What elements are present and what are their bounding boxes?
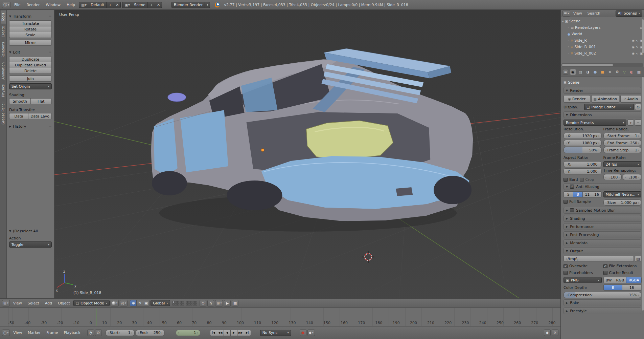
eye-icon[interactable]: ◉ bbox=[632, 52, 635, 55]
frame-step-field[interactable]: Frame Step: 1 bbox=[603, 147, 642, 153]
tab-texture[interactable]: ▦ bbox=[636, 69, 642, 75]
tab-relations[interactable]: Relations bbox=[1, 40, 6, 60]
eye-icon[interactable]: ◉ bbox=[632, 39, 635, 42]
set-origin-dropdown[interactable]: Set Origin ▾ bbox=[9, 83, 52, 89]
fps-dropdown[interactable]: 24 fps ▾ bbox=[603, 161, 642, 167]
menu-help[interactable]: Help bbox=[64, 3, 77, 7]
close-scene-button[interactable]: ✕ bbox=[155, 2, 162, 8]
aa-samples-16-button[interactable]: 16 bbox=[592, 191, 602, 197]
render-panel-header[interactable]: ▼ Render bbox=[564, 87, 641, 94]
tab-render[interactable]: ◉ bbox=[570, 69, 576, 75]
end-frame-field[interactable]: End: 250 bbox=[136, 330, 165, 336]
playback-button[interactable]: ▶▶ bbox=[237, 330, 244, 336]
remap-new-field[interactable]: :100 bbox=[623, 174, 641, 180]
aspect-y-field[interactable]: Y: 1.000 bbox=[564, 168, 602, 174]
channels-rgb-button[interactable]: RGB bbox=[614, 277, 627, 283]
outliner-row-object[interactable]: ◦ ▽ Side_R_001 ◉ ↖ ▣ bbox=[562, 44, 643, 50]
anti-aliasing-checkbox[interactable]: ✓ bbox=[570, 185, 574, 189]
cache-result-checkbox[interactable] bbox=[603, 271, 607, 275]
panel-grip-icon[interactable]: ≡ bbox=[49, 50, 52, 54]
tab-scene[interactable]: ◑ bbox=[585, 69, 591, 75]
resolution-percentage-slider[interactable]: 50% bbox=[564, 147, 602, 153]
viewport-canvas[interactable]: x y z bbox=[54, 10, 560, 298]
outliner-row-object[interactable]: ◦ ▽ Side_R_002 ◉ ↖ ▣ bbox=[562, 50, 643, 57]
snap-element-dropdown[interactable]: ⊞▾ bbox=[215, 300, 223, 306]
add-layout-button[interactable]: ＋ bbox=[106, 2, 114, 8]
transform-orientation-dropdown[interactable]: Global ▾ bbox=[151, 300, 170, 306]
tab-create[interactable]: Create bbox=[1, 24, 6, 40]
preview-range-button[interactable]: ◔ bbox=[87, 330, 94, 336]
outliner-scrollbar[interactable] bbox=[642, 19, 644, 53]
file-extensions-checkbox[interactable]: ✓ bbox=[603, 264, 607, 268]
opengl-render-button[interactable]: ▶ bbox=[224, 300, 231, 306]
overwrite-checkbox[interactable]: ✓ bbox=[564, 264, 568, 268]
bake-panel-header[interactable]: ▶ Bake bbox=[564, 299, 641, 306]
tab-grease-pencil[interactable]: Grease Pencil bbox=[1, 99, 6, 127]
scene-selector[interactable]: ▣▾ Scene ＋ ✕ bbox=[122, 2, 162, 8]
panel-grip-icon[interactable]: ≡ bbox=[49, 125, 52, 128]
auto-keyframe-button[interactable]: ● bbox=[300, 330, 306, 336]
translate-button[interactable]: Translate bbox=[9, 20, 52, 26]
channels-rgba-button[interactable]: RGBA bbox=[626, 277, 641, 283]
aa-size-field[interactable]: Size: 1.000 px bbox=[603, 199, 642, 206]
action-dropdown[interactable]: Toggle ▾ bbox=[9, 241, 52, 248]
playback-button[interactable]: |◀ bbox=[210, 330, 217, 336]
post-processing-panel-header[interactable]: ▶ Post Processing bbox=[564, 231, 641, 238]
tab-animation[interactable]: Animation bbox=[1, 60, 6, 82]
screen-layout-selector[interactable]: ▦▾ Default ＋ ✕ bbox=[79, 2, 121, 8]
start-frame-field[interactable]: Start: 1 bbox=[106, 330, 135, 336]
output-path-field[interactable]: /tmp\ bbox=[564, 256, 634, 262]
compression-slider[interactable]: Compression: 15% bbox=[564, 292, 641, 298]
data-layout-button[interactable]: Data Layo bbox=[28, 113, 52, 119]
properties-scrollbar[interactable] bbox=[642, 77, 644, 311]
history-panel-header[interactable]: ▶ History ≡ bbox=[9, 123, 52, 129]
opengl-render-anim-button[interactable]: ▦ bbox=[232, 300, 238, 306]
tab-tools[interactable]: Tools bbox=[1, 10, 6, 24]
rotate-manipulator-button[interactable]: ↻ bbox=[136, 300, 143, 306]
menu-add[interactable]: Add bbox=[43, 301, 54, 305]
lock-to-scene-button[interactable]: ⊙ bbox=[200, 300, 206, 306]
join-button[interactable]: Join bbox=[9, 76, 52, 82]
channels-bw-button[interactable]: BW bbox=[603, 277, 614, 283]
full-sample-checkbox[interactable] bbox=[564, 200, 568, 204]
menu-marker[interactable]: Marker bbox=[25, 331, 43, 335]
remove-preset-button[interactable]: − bbox=[635, 120, 641, 126]
current-frame-field[interactable]: 1 bbox=[176, 330, 200, 336]
viewport-shading-dropdown[interactable]: ▾ bbox=[111, 300, 119, 306]
outliner-hscrollbar[interactable] bbox=[561, 63, 643, 67]
pivot-point-dropdown[interactable]: ◎▾ bbox=[120, 300, 128, 306]
add-preset-button[interactable]: ＋ bbox=[627, 120, 634, 126]
scale-manipulator-button[interactable]: ▣ bbox=[143, 300, 150, 306]
layer-selector[interactable] bbox=[172, 301, 197, 305]
expander-dot-icon[interactable]: ◦ bbox=[568, 39, 569, 42]
tab-physics[interactable]: Physics bbox=[1, 82, 6, 99]
menu-search[interactable]: Search bbox=[585, 11, 603, 16]
select-arrow-icon[interactable]: ↖ bbox=[636, 39, 639, 42]
editor-type-button[interactable]: ◷▾ bbox=[2, 330, 10, 336]
resolution-y-field[interactable]: Y: 1080 px bbox=[564, 140, 602, 146]
resolution-x-field[interactable]: X: 1920 px bbox=[564, 133, 602, 139]
menu-select[interactable]: Select bbox=[25, 301, 42, 305]
display-dropdown[interactable]: ▤ Image Editor ▾ bbox=[584, 104, 634, 110]
tab-object[interactable]: ■ bbox=[600, 69, 605, 75]
placeholders-checkbox[interactable] bbox=[564, 271, 568, 275]
render-presets-dropdown[interactable]: Render Presets ▾ bbox=[564, 120, 626, 126]
dimensions-panel-header[interactable]: ▼ Dimensions bbox=[564, 111, 641, 118]
tab-modifiers[interactable]: ⚙ bbox=[615, 69, 620, 75]
outliner-scope-dropdown[interactable]: All Scenes ▾ bbox=[616, 10, 642, 17]
file-format-dropdown[interactable]: ▣ PNG ▾ bbox=[564, 277, 602, 283]
lock-interface-button[interactable]: ⊙ bbox=[635, 104, 641, 110]
menu-playback[interactable]: Playback bbox=[62, 331, 83, 335]
outliner-row-renderlayers[interactable]: ◦ ▤ RenderLayers ▤ bbox=[562, 24, 643, 31]
motion-blur-checkbox[interactable] bbox=[570, 208, 574, 212]
crop-checkbox[interactable] bbox=[580, 178, 584, 182]
editor-type-button[interactable]: ≡▾ bbox=[562, 10, 570, 17]
tab-world[interactable]: ● bbox=[593, 69, 598, 75]
add-scene-button[interactable]: ＋ bbox=[147, 2, 155, 8]
smooth-button[interactable]: Smooth bbox=[9, 98, 31, 104]
outliner-row-world[interactable]: ● World bbox=[562, 31, 643, 37]
delete-keyframe-button[interactable]: ✕ bbox=[552, 330, 558, 336]
3d-viewport[interactable]: x y z User Persp (1) Side_R_018 bbox=[54, 10, 560, 298]
freestyle-panel-header[interactable]: ▶ Freestyle bbox=[564, 308, 641, 314]
transform-panel-header[interactable]: ▼ Transform ≡ bbox=[9, 13, 52, 19]
